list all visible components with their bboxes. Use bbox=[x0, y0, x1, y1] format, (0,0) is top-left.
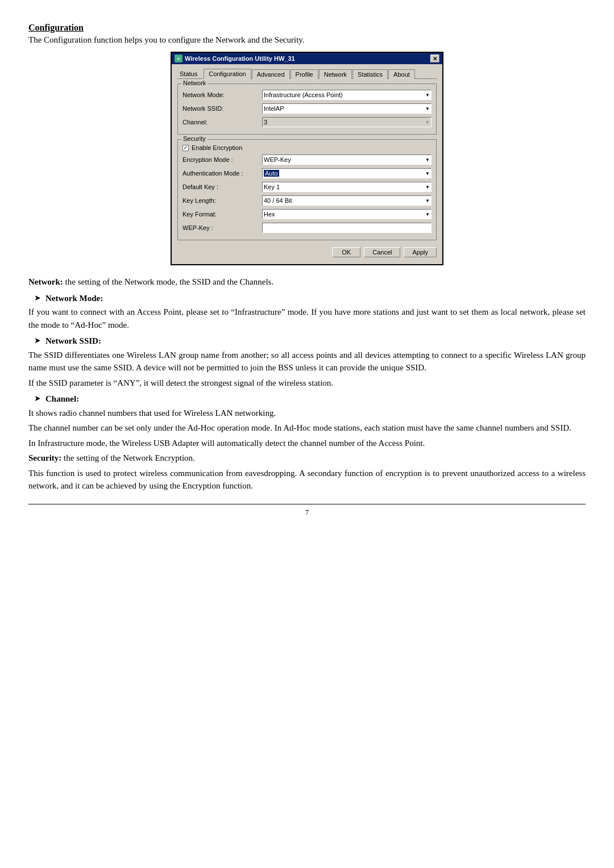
network-mode-bullet: ➤ Network Mode: bbox=[34, 292, 586, 305]
network-ssid-label: Network SSID: bbox=[182, 105, 262, 112]
close-button[interactable]: ✕ bbox=[430, 55, 439, 62]
key-format-select[interactable]: Hex ▼ bbox=[262, 209, 432, 219]
default-key-row: Default Key : Key 1 ▼ bbox=[182, 182, 432, 192]
tab-statistics[interactable]: Statistics bbox=[352, 69, 388, 79]
dialog-title: Wireless Configuration Utility HW_31 bbox=[185, 55, 295, 62]
channel-para1: It shows radio channel numbers that used… bbox=[28, 407, 586, 420]
bullet-arrow-2: ➤ bbox=[34, 335, 41, 347]
key-length-value: 40 / 64 Bit bbox=[264, 197, 292, 204]
wep-key-label: WEP-Key : bbox=[182, 224, 262, 231]
intro-text: The Configuration function helps you to … bbox=[28, 35, 586, 45]
default-key-value: Key 1 bbox=[264, 183, 280, 190]
network-mode-para: If you want to connect with an Access Po… bbox=[28, 306, 586, 331]
key-format-row: Key Format: Hex ▼ bbox=[182, 209, 432, 219]
wep-key-input[interactable] bbox=[262, 223, 432, 233]
tab-about[interactable]: About bbox=[388, 69, 415, 79]
network-mode-value: Infrastructure (Access Point) bbox=[264, 91, 343, 98]
titlebar-left: Wireless Configuration Utility HW_31 bbox=[175, 55, 295, 62]
tabs-row: Status Configuration Advanced Profile Ne… bbox=[177, 69, 437, 79]
auth-mode-label: Authentication Mode : bbox=[182, 170, 262, 177]
page-number: 7 bbox=[305, 508, 309, 516]
auth-mode-row: Authentication Mode : Auto ▼ bbox=[182, 168, 432, 178]
channel-subheading: Channel: bbox=[45, 393, 79, 406]
key-format-label: Key Format: bbox=[182, 211, 262, 218]
default-key-select[interactable]: Key 1 ▼ bbox=[262, 182, 432, 192]
network-mode-subheading: Network Mode: bbox=[45, 292, 103, 305]
ok-button[interactable]: OK bbox=[332, 247, 360, 257]
channel-para3: In Infrastructure mode, the Wireless USB… bbox=[28, 437, 586, 450]
config-dialog: Wireless Configuration Utility HW_31 ✕ S… bbox=[171, 52, 443, 265]
network-group-label: Network bbox=[181, 80, 208, 86]
page-title: Configuration bbox=[28, 23, 586, 33]
footer: 7 bbox=[28, 504, 586, 517]
bullet-arrow-1: ➤ bbox=[34, 292, 41, 304]
security-section-header: Security: the setting of the Network Enc… bbox=[28, 452, 586, 465]
enable-encryption-checkbox[interactable]: ✓ bbox=[182, 145, 189, 151]
tab-configuration[interactable]: Configuration bbox=[204, 69, 251, 79]
encryption-mode-value: WEP-Key bbox=[264, 156, 291, 163]
key-format-arrow: ▼ bbox=[425, 212, 430, 217]
channel-row: Channel: 3 ▼ bbox=[182, 117, 432, 127]
tab-network[interactable]: Network bbox=[319, 69, 352, 79]
security-bold: Security: bbox=[28, 453, 61, 462]
encryption-mode-arrow: ▼ bbox=[425, 157, 430, 162]
dialog-titlebar: Wireless Configuration Utility HW_31 ✕ bbox=[172, 53, 442, 64]
wep-key-row: WEP-Key : bbox=[182, 223, 432, 233]
default-key-label: Default Key : bbox=[182, 183, 262, 190]
network-section-header: Network: the setting of the Network mode… bbox=[28, 276, 586, 289]
security-desc: the setting of the Network Encryption. bbox=[64, 453, 195, 462]
channel-para2: The channel number can be set only under… bbox=[28, 422, 586, 435]
network-mode-label: Network Mode: bbox=[182, 91, 262, 98]
key-format-value: Hex bbox=[264, 211, 275, 218]
body-content: Network: the setting of the Network mode… bbox=[28, 276, 586, 493]
network-ssid-value: IntelAP bbox=[264, 105, 284, 112]
network-mode-select[interactable]: Infrastructure (Access Point) ▼ bbox=[262, 90, 432, 100]
enable-encryption-row[interactable]: ✓ Enable Encryption bbox=[182, 144, 432, 151]
auth-mode-value: Auto bbox=[264, 170, 279, 177]
channel-arrow: ▼ bbox=[425, 120, 430, 125]
tab-profile[interactable]: Profile bbox=[291, 69, 318, 79]
network-mode-arrow: ▼ bbox=[425, 93, 430, 98]
channel-value: 3 bbox=[264, 119, 267, 126]
network-ssid-para2: If the SSID parameter is “ANY”, it will … bbox=[28, 377, 586, 390]
channel-label: Channel: bbox=[182, 119, 262, 126]
dialog-buttons: OK Cancel Apply bbox=[177, 245, 437, 260]
network-desc: the setting of the Network mode, the SSI… bbox=[65, 277, 274, 286]
bullet-arrow-3: ➤ bbox=[34, 393, 41, 404]
default-key-arrow: ▼ bbox=[425, 185, 430, 190]
tab-advanced[interactable]: Advanced bbox=[252, 69, 290, 79]
network-mode-row: Network Mode: Infrastructure (Access Poi… bbox=[182, 90, 432, 100]
svg-rect-1 bbox=[177, 58, 180, 59]
auth-mode-select[interactable]: Auto ▼ bbox=[262, 168, 432, 178]
network-ssid-arrow: ▼ bbox=[425, 106, 430, 111]
tab-status[interactable]: Status bbox=[177, 69, 200, 78]
channel-bullet: ➤ Channel: bbox=[34, 393, 586, 406]
enable-encryption-label: Enable Encryption bbox=[192, 144, 242, 151]
network-ssid-para1: The SSID differentiates one Wireless LAN… bbox=[28, 349, 586, 374]
auth-mode-arrow: ▼ bbox=[425, 171, 430, 176]
key-length-select[interactable]: 40 / 64 Bit ▼ bbox=[262, 195, 432, 206]
security-para: This function is used to protect wireles… bbox=[28, 467, 586, 493]
network-group: Network Network Mode: Infrastructure (Ac… bbox=[177, 84, 437, 135]
channel-select: 3 ▼ bbox=[262, 117, 432, 127]
network-ssid-row: Network SSID: IntelAP ▼ bbox=[182, 103, 432, 114]
network-ssid-subheading: Network SSID: bbox=[45, 335, 101, 348]
encryption-mode-label: Encryption Mode : bbox=[182, 156, 262, 163]
key-length-arrow: ▼ bbox=[425, 198, 430, 203]
security-group: Security ✓ Enable Encryption Encryption … bbox=[177, 139, 437, 240]
network-ssid-select[interactable]: IntelAP ▼ bbox=[262, 103, 432, 114]
cancel-button[interactable]: Cancel bbox=[364, 247, 400, 257]
svg-rect-2 bbox=[177, 59, 180, 60]
encryption-mode-select[interactable]: WEP-Key ▼ bbox=[262, 155, 432, 165]
key-length-label: Key Length: bbox=[182, 197, 262, 204]
network-ssid-bullet: ➤ Network SSID: bbox=[34, 335, 586, 348]
security-group-label: Security bbox=[181, 135, 208, 142]
dialog-app-icon bbox=[175, 55, 182, 62]
encryption-mode-row: Encryption Mode : WEP-Key ▼ bbox=[182, 155, 432, 165]
key-length-row: Key Length: 40 / 64 Bit ▼ bbox=[182, 195, 432, 206]
apply-button[interactable]: Apply bbox=[404, 247, 437, 257]
network-bold: Network: bbox=[28, 277, 63, 286]
